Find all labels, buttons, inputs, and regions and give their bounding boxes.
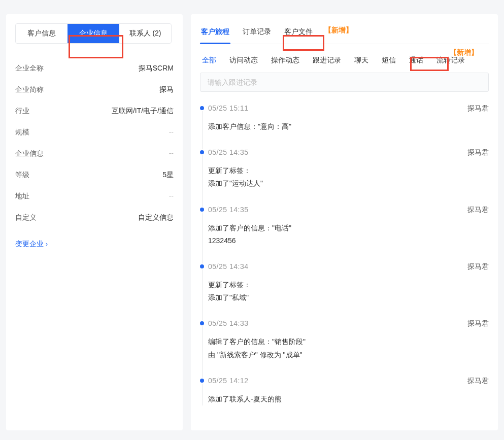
tab-enterprise-info[interactable]: 企业信息	[68, 24, 119, 43]
tab-customer-files[interactable]: 客户文件	[283, 23, 314, 44]
tab-customer-journey[interactable]: 客户旅程	[200, 23, 230, 44]
timeline-dot-icon	[200, 264, 204, 268]
label-address: 地址	[15, 192, 29, 201]
right-panel: 客户旅程 订单记录 客户文件 全部 访问动态 操作动态 跟进记录 聊天 短信 通…	[191, 14, 498, 430]
label-shortname: 企业简称	[15, 85, 44, 94]
row-scale: 规模 --	[15, 122, 174, 143]
timeline-body: 添加客户信息："意向：高"	[208, 120, 489, 133]
timeline-author: 探马君	[467, 262, 489, 272]
timeline-item: 05/25 14:12探马君添加了联系人-夏天的熊	[208, 377, 489, 405]
value-fullname: 探马SCRM	[139, 64, 174, 73]
timeline-timestamp: 05/25 14:12	[208, 377, 248, 386]
tab-customer-info[interactable]: 客户信息	[16, 24, 68, 43]
timeline-item-header: 05/25 15:11探马君	[208, 104, 489, 113]
timeline-author: 探马君	[467, 148, 489, 157]
row-address: 地址 --	[15, 186, 174, 207]
timeline-item-header: 05/25 14:33探马君	[208, 319, 489, 328]
change-enterprise-label: 变更企业	[15, 240, 44, 249]
row-enterprise-info: 企业信息 --	[15, 143, 174, 164]
timeline-body: 添加了客户的信息："电话"1232456	[208, 222, 489, 247]
timeline-body-line: 添加了"运动达人"	[208, 177, 489, 190]
timeline-item-header: 05/25 14:35探马君	[208, 206, 489, 215]
chevron-right-icon: ›	[46, 241, 48, 248]
timeline-body-line: 添加了客户的信息："电话"	[208, 222, 489, 234]
timeline-author: 探马君	[467, 104, 489, 113]
sub-tabs: 全部 访问动态 操作动态 跟进记录 聊天 短信 通话 流转记录	[200, 51, 489, 73]
subtab-call[interactable]: 通话	[407, 54, 425, 66]
timeline-body-line: 添加了"私域"	[208, 291, 489, 304]
timeline-body-line: 更新了标签：	[208, 279, 489, 291]
new-badge-transfer: 【新增】	[450, 48, 478, 57]
row-industry: 行业 互联网/IT/电子/通信	[15, 100, 174, 122]
label-level: 等级	[15, 171, 29, 180]
tab-contacts[interactable]: 联系人 (2)	[119, 24, 171, 43]
value-custom: 自定义信息	[138, 213, 174, 222]
timeline-body: 添加了联系人-夏天的熊	[208, 393, 489, 405]
row-custom: 自定义 自定义信息	[15, 207, 174, 228]
value-level: 5星	[162, 171, 174, 180]
timeline-timestamp: 05/25 14:33	[208, 319, 248, 328]
value-shortname: 探马	[159, 85, 174, 94]
timeline-item-header: 05/25 14:35探马君	[208, 148, 489, 157]
timeline-body-line: 添加了联系人-夏天的熊	[208, 393, 489, 405]
timeline-body: 更新了标签：添加了"私域"	[208, 279, 489, 304]
subtab-all[interactable]: 全部	[200, 54, 218, 66]
label-industry: 行业	[15, 107, 29, 116]
timeline-body: 更新了标签：添加了"运动达人"	[208, 164, 489, 190]
timeline-item: 05/25 14:33探马君编辑了客户的信息："销售阶段"由 "新线索客户" 修…	[208, 319, 489, 376]
label-scale: 规模	[15, 128, 29, 137]
left-info-tabs: 客户信息 企业信息 联系人 (2)	[15, 23, 172, 44]
row-enterprise-fullname: 企业全称 探马SCRM	[15, 58, 174, 79]
followup-input[interactable]	[200, 73, 489, 92]
subtab-sms[interactable]: 短信	[380, 54, 398, 66]
timeline-item: 05/25 14:35探马君添加了客户的信息："电话"1232456	[208, 206, 489, 262]
timeline-item-header: 05/25 14:12探马君	[208, 377, 489, 386]
change-enterprise-link[interactable]: 变更企业 ›	[15, 240, 48, 249]
subtab-followup-record[interactable]: 跟进记录	[311, 54, 343, 66]
timeline-author: 探马君	[467, 319, 489, 328]
timeline-body-line: 添加客户信息："意向：高"	[208, 120, 489, 133]
timeline-dot-icon	[200, 321, 204, 325]
timeline-body-line: 由 "新线索客户" 修改为 "成单"	[208, 349, 489, 361]
new-badge-files: 【新增】	[324, 26, 353, 35]
subtab-chat[interactable]: 聊天	[352, 54, 371, 66]
label-fullname: 企业全称	[15, 64, 44, 73]
timeline-body-line: 更新了标签：	[208, 164, 489, 177]
timeline-timestamp: 05/25 14:34	[208, 262, 248, 272]
timeline-timestamp: 05/25 14:35	[208, 148, 248, 157]
timeline-body-line: 1232456	[208, 234, 489, 247]
activity-timeline: 05/25 15:11探马君添加客户信息："意向：高"05/25 14:35探马…	[200, 104, 489, 405]
subtab-visit-activity[interactable]: 访问动态	[227, 54, 260, 66]
tab-order-record[interactable]: 订单记录	[242, 23, 272, 44]
value-enterprise-info: --	[169, 149, 174, 158]
value-address: --	[169, 192, 174, 201]
left-panel: 客户信息 企业信息 联系人 (2) 企业全称 探马SCRM 企业简称 探马 行业…	[6, 14, 183, 430]
timeline-timestamp: 05/25 15:11	[208, 104, 248, 113]
label-enterprise-info: 企业信息	[15, 149, 44, 158]
timeline-author: 探马君	[467, 377, 489, 386]
timeline-author: 探马君	[467, 206, 489, 215]
value-industry: 互联网/IT/电子/通信	[112, 107, 174, 116]
timeline-dot-icon	[200, 150, 204, 154]
timeline-item-header: 05/25 14:34探马君	[208, 262, 489, 272]
label-custom: 自定义	[15, 213, 37, 222]
timeline-item: 05/25 15:11探马君添加客户信息："意向：高"	[208, 104, 489, 148]
row-enterprise-shortname: 企业简称 探马	[15, 79, 174, 100]
row-level: 等级 5星	[15, 164, 174, 186]
timeline-dot-icon	[200, 379, 204, 383]
timeline-dot-icon	[200, 208, 204, 212]
timeline-item: 05/25 14:35探马君更新了标签：添加了"运动达人"	[208, 148, 489, 205]
timeline-body-line: 编辑了客户的信息："销售阶段"	[208, 335, 489, 348]
subtab-operation-activity[interactable]: 操作动态	[269, 54, 301, 66]
value-scale: --	[169, 128, 174, 137]
timeline-body: 编辑了客户的信息："销售阶段"由 "新线索客户" 修改为 "成单"	[208, 335, 489, 361]
timeline-item: 05/25 14:34探马君更新了标签：添加了"私域"	[208, 262, 489, 319]
timeline-timestamp: 05/25 14:35	[208, 206, 248, 215]
timeline-dot-icon	[200, 106, 204, 110]
